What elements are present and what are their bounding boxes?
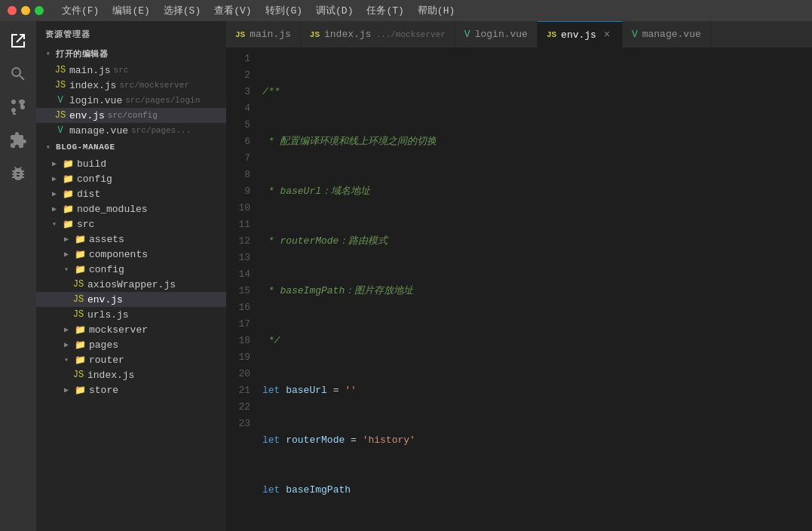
open-editors-header[interactable]: ▾ 打开的编辑器 <box>36 45 226 63</box>
folder-config-src[interactable]: ▾ 📁 config <box>36 262 226 277</box>
file-router-index-js[interactable]: JS index.js <box>36 367 226 382</box>
folder-icon: 📁 <box>74 233 86 245</box>
folder-icon: 📁 <box>74 324 86 336</box>
code-editor[interactable]: /** * 配置编译环境和线上环境之间的切换 * baseUrl：域名地址 * … <box>256 48 812 531</box>
activity-explorer[interactable] <box>5 27 32 54</box>
js-icon: JS <box>54 109 66 121</box>
folder-pages[interactable]: ▶ 📁 pages <box>36 337 226 352</box>
js-icon: JS <box>235 30 245 39</box>
activity-search[interactable] <box>5 60 32 87</box>
code-line-1: /** <box>262 84 812 100</box>
chevron-down-icon: ▾ <box>42 48 54 60</box>
main-layout: 资源管理器 ▾ 打开的编辑器 JS main.js src JS index.j… <box>0 21 812 531</box>
tab-login-vue[interactable]: V login.vue <box>455 21 538 48</box>
folder-dist[interactable]: ▶ 📁 dist <box>36 186 226 201</box>
tab-env-js[interactable]: JS env.js × <box>538 21 623 48</box>
traffic-lights <box>8 6 44 15</box>
code-line-4: * routerMode：路由模式 <box>262 233 812 250</box>
menu-select[interactable]: 选择(S) <box>158 2 207 19</box>
code-line-6: */ <box>262 333 812 349</box>
tabs-bar: JS main.js JS index.js .../mockserver V … <box>226 21 812 48</box>
vue-icon: V <box>464 29 470 40</box>
chevron-down-icon: ▾ <box>48 218 60 230</box>
chevron-right-icon: ▶ <box>48 188 60 200</box>
js-icon: JS <box>72 308 84 321</box>
tab-close-button[interactable]: × <box>601 29 613 41</box>
folder-icon: 📁 <box>62 188 74 200</box>
chevron-down-icon: ▾ <box>42 141 54 153</box>
open-file-login-vue[interactable]: V login.vue src/pages/login <box>36 93 226 108</box>
chevron-right-icon: ▶ <box>60 339 72 351</box>
folder-router[interactable]: ▾ 📁 router <box>36 352 226 367</box>
sidebar: 资源管理器 ▾ 打开的编辑器 JS main.js src JS index.j… <box>36 21 226 531</box>
menu-task[interactable]: 任务(T) <box>360 2 409 19</box>
folder-icon: 📁 <box>62 218 74 230</box>
sidebar-header: 资源管理器 <box>36 21 226 45</box>
chevron-right-icon: ▶ <box>48 203 60 215</box>
project-header[interactable]: ▾ BLOG-MANAGE <box>36 138 226 156</box>
folder-store[interactable]: ▶ 📁 store <box>36 382 226 397</box>
maximize-button[interactable] <box>35 6 44 15</box>
menu-view[interactable]: 查看(V) <box>208 2 257 19</box>
tab-index-js[interactable]: JS index.js .../mockserver <box>301 21 455 48</box>
chevron-right-icon: ▶ <box>48 158 60 170</box>
folder-src[interactable]: ▾ 📁 src <box>36 216 226 232</box>
chevron-right-icon: ▶ <box>60 324 72 336</box>
menu-debug[interactable]: 调试(D) <box>310 2 359 19</box>
js-icon: JS <box>72 278 84 290</box>
code-container[interactable]: 12345 678910 1112131415 1617181920 21222… <box>226 48 812 531</box>
activity-extensions[interactable] <box>5 127 32 154</box>
open-editors-section: ▾ 打开的编辑器 JS main.js src JS index.js src/… <box>36 45 226 138</box>
folder-icon: 📁 <box>62 158 74 170</box>
tab-manage-vue[interactable]: V manage.vue <box>623 21 711 48</box>
folder-build[interactable]: ▶ 📁 build <box>36 156 226 171</box>
chevron-down-icon: ▾ <box>60 263 72 275</box>
vue-icon: V <box>54 94 66 106</box>
js-icon: JS <box>72 369 84 381</box>
chevron-down-icon: ▾ <box>60 354 72 366</box>
folder-mockserver[interactable]: ▶ 📁 mockserver <box>36 322 226 337</box>
folder-icon: 📁 <box>74 339 86 351</box>
code-line-9: let baseImgPath <box>262 482 812 499</box>
js-icon: JS <box>54 64 66 76</box>
menu-bar: 文件(F) 编辑(E) 选择(S) 查看(V) 转到(G) 调试(D) 任务(T… <box>56 2 461 19</box>
tab-main-js[interactable]: JS main.js <box>226 21 301 48</box>
file-urls-js[interactable]: JS urls.js <box>36 307 226 322</box>
open-file-manage-vue[interactable]: V manage.vue src/pages... <box>36 123 226 138</box>
menu-edit[interactable]: 编辑(E) <box>106 2 155 19</box>
chevron-right-icon: ▶ <box>60 384 72 396</box>
menu-file[interactable]: 文件(F) <box>56 2 105 19</box>
js-icon: JS <box>54 79 66 91</box>
folder-icon: 📁 <box>74 354 86 366</box>
folder-assets[interactable]: ▶ 📁 assets <box>36 232 226 247</box>
js-icon: JS <box>547 30 556 39</box>
activity-debug[interactable] <box>5 160 32 187</box>
titlebar: 文件(F) 编辑(E) 选择(S) 查看(V) 转到(G) 调试(D) 任务(T… <box>0 0 812 21</box>
code-line-3: * baseUrl：域名地址 <box>262 183 812 200</box>
vue-icon: V <box>632 29 638 40</box>
folder-icon: 📁 <box>62 173 74 185</box>
folder-node-modules[interactable]: ▶ 📁 node_modules <box>36 201 226 216</box>
chevron-right-icon: ▶ <box>60 233 72 245</box>
folder-icon: 📁 <box>74 248 86 260</box>
file-axios-wrapper[interactable]: JS axiosWrapper.js <box>36 277 226 292</box>
code-line-8: let routerMode = 'history' <box>262 432 812 449</box>
close-button[interactable] <box>8 6 17 15</box>
menu-help[interactable]: 帮助(H) <box>412 2 461 19</box>
open-file-main-js[interactable]: JS main.js src <box>36 63 226 78</box>
minimize-button[interactable] <box>21 6 30 15</box>
activity-bar <box>0 21 36 531</box>
editor-area: JS main.js JS index.js .../mockserver V … <box>226 21 812 531</box>
menu-goto[interactable]: 转到(G) <box>259 2 308 19</box>
project-tree: ▾ BLOG-MANAGE ▶ 📁 build ▶ 📁 config ▶ 📁 d… <box>36 138 226 397</box>
chevron-right-icon: ▶ <box>48 173 60 185</box>
open-file-env-js[interactable]: JS env.js src/config <box>36 108 226 123</box>
folder-icon: 📁 <box>74 263 86 275</box>
folder-components[interactable]: ▶ 📁 components <box>36 247 226 262</box>
activity-git[interactable] <box>5 94 32 121</box>
open-file-index-js[interactable]: JS index.js src/mockserver <box>36 78 226 93</box>
js-icon: JS <box>72 293 84 305</box>
file-env-js[interactable]: JS env.js <box>36 292 226 307</box>
folder-config[interactable]: ▶ 📁 config <box>36 171 226 186</box>
line-numbers: 12345 678910 1112131415 1617181920 21222… <box>226 48 256 531</box>
